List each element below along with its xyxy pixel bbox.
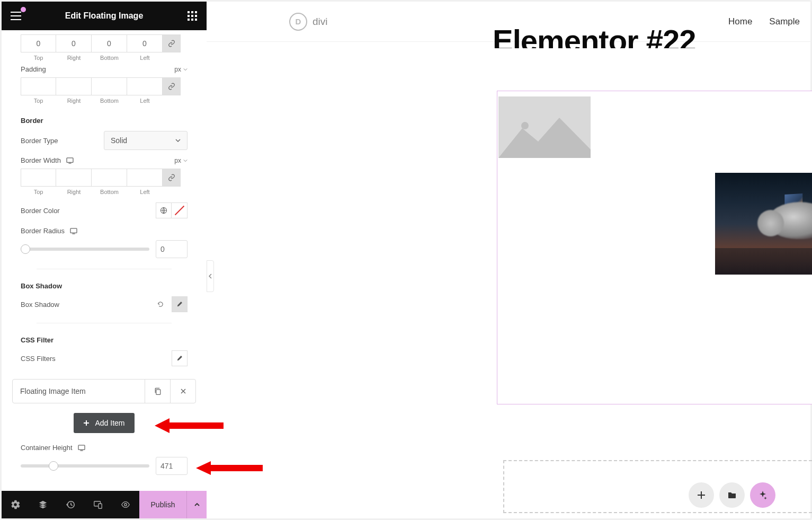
- navigator-button[interactable]: [29, 491, 57, 518]
- border-width-left-input[interactable]: [127, 169, 163, 187]
- border-width-top-input[interactable]: [21, 169, 56, 187]
- margin-left-input[interactable]: [127, 34, 163, 52]
- collapse-panel-button[interactable]: [207, 260, 214, 292]
- nav-home[interactable]: Home: [728, 16, 752, 27]
- apps-grid-button[interactable]: [184, 8, 200, 24]
- label-top: Top: [21, 55, 56, 61]
- panel-title: Edit Floating Image: [24, 11, 184, 21]
- border-width-bottom-input[interactable]: [92, 169, 127, 187]
- padding-left-input[interactable]: [127, 77, 163, 95]
- editor-sidebar: Edit Floating Image Top Right Bottom Lef…: [2, 2, 207, 518]
- border-width-right-input[interactable]: [56, 169, 92, 187]
- publish-button[interactable]: Publish: [139, 491, 186, 518]
- border-radius-input[interactable]: [156, 240, 188, 258]
- border-width-label: Border Width: [21, 156, 61, 164]
- panel-body: Top Right Bottom Left Padding px: [2, 30, 207, 491]
- padding-right-input[interactable]: [56, 77, 92, 95]
- publish-options-button[interactable]: [186, 491, 207, 518]
- label-bottom: Bottom: [92, 55, 127, 61]
- svg-rect-4: [191, 15, 193, 17]
- remove-item-button[interactable]: [170, 380, 195, 403]
- svg-rect-11: [70, 228, 77, 233]
- border-color-label: Border Color: [21, 207, 60, 215]
- svg-rect-6: [188, 19, 190, 21]
- cssfilter-section-title: CSS Filter: [21, 336, 188, 344]
- global-color-button[interactable]: [156, 202, 172, 218]
- svg-rect-12: [156, 390, 160, 395]
- nav-sample[interactable]: Sample: [769, 16, 800, 27]
- placeholder-image[interactable]: [498, 96, 591, 158]
- floating-image-preview[interactable]: [715, 173, 812, 275]
- svg-rect-2: [195, 11, 197, 13]
- sidebar-footer: Publish: [2, 491, 207, 518]
- border-section-title: Border: [21, 117, 188, 125]
- border-width-link-button[interactable]: [163, 169, 181, 187]
- duplicate-item-button[interactable]: [145, 380, 170, 403]
- add-element-button[interactable]: [689, 482, 714, 508]
- svg-rect-9: [67, 157, 73, 162]
- border-type-select[interactable]: Solid: [104, 131, 188, 150]
- boxshadow-section-title: Box Shadow: [21, 282, 188, 290]
- history-button[interactable]: [57, 491, 84, 518]
- site-logo[interactable]: D divi: [289, 13, 328, 31]
- floating-toolbar: [689, 482, 775, 508]
- margin-top-input[interactable]: [21, 34, 56, 52]
- svg-rect-1: [191, 11, 193, 13]
- nav-links: Home Sample: [728, 16, 800, 27]
- page-title: Elementor #22: [493, 16, 696, 48]
- svg-rect-3: [188, 15, 190, 17]
- preview-button[interactable]: [112, 491, 139, 518]
- margin-link-button[interactable]: [163, 34, 181, 52]
- folder-button[interactable]: [719, 482, 745, 508]
- border-color-swatch[interactable]: [172, 202, 188, 218]
- floating-image-item-row[interactable]: Floating Image Item: [12, 379, 196, 403]
- preview-area: D divi Home Sample Elementor #22: [207, 2, 810, 518]
- border-width-unit-select[interactable]: px: [174, 157, 188, 164]
- padding-link-button[interactable]: [163, 77, 181, 95]
- margin-bottom-input[interactable]: [92, 34, 127, 52]
- margin-right-input[interactable]: [56, 34, 92, 52]
- cssfilter-label: CSS Filters: [21, 355, 56, 363]
- padding-unit-select[interactable]: px: [174, 66, 188, 73]
- settings-button[interactable]: [2, 491, 29, 518]
- padding-label: Padding: [21, 65, 46, 73]
- svg-rect-7: [191, 19, 193, 21]
- responsive-icon[interactable]: [70, 228, 77, 234]
- cssfilter-edit-button[interactable]: [172, 350, 188, 366]
- add-item-button[interactable]: Add Item: [74, 413, 134, 433]
- border-radius-label: Border Radius: [21, 227, 65, 235]
- container-height-slider[interactable]: [21, 464, 149, 468]
- svg-rect-16: [99, 504, 102, 508]
- label-right: Right: [56, 55, 92, 61]
- container-height-label: Container Height: [21, 444, 73, 452]
- menu-button[interactable]: [8, 8, 24, 24]
- floating-image-item-label: Floating Image Item: [13, 387, 145, 395]
- floating-image-container[interactable]: [497, 91, 812, 404]
- svg-rect-13: [78, 445, 85, 450]
- sidebar-header: Edit Floating Image: [2, 2, 207, 30]
- svg-point-19: [521, 122, 529, 129]
- padding-top-input[interactable]: [21, 77, 56, 95]
- svg-rect-0: [188, 11, 190, 13]
- responsive-icon[interactable]: [66, 157, 74, 164]
- responsive-button[interactable]: [84, 491, 112, 518]
- plus-icon: [83, 420, 90, 426]
- svg-rect-5: [195, 15, 197, 17]
- border-radius-slider[interactable]: [21, 248, 149, 251]
- svg-point-17: [124, 504, 127, 506]
- border-type-label: Border Type: [21, 137, 58, 145]
- responsive-icon[interactable]: [78, 445, 85, 451]
- notification-dot: [21, 7, 26, 12]
- svg-rect-8: [195, 19, 197, 21]
- padding-bottom-input[interactable]: [92, 77, 127, 95]
- ai-button[interactable]: [750, 482, 775, 508]
- boxshadow-label: Box Shadow: [21, 301, 59, 309]
- boxshadow-edit-button[interactable]: [172, 296, 188, 312]
- boxshadow-reset-button[interactable]: [153, 296, 168, 312]
- label-left: Left: [127, 55, 163, 61]
- container-height-input[interactable]: [156, 457, 188, 475]
